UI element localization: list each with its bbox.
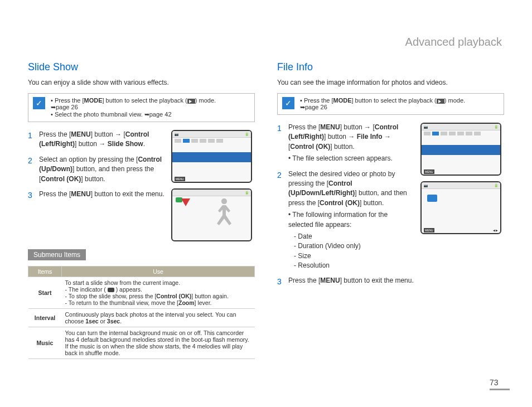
- t: Press the [: [39, 190, 71, 198]
- sub-list: The file selection screen appears.: [288, 154, 414, 163]
- menu-tag: MENU: [424, 169, 434, 174]
- step-block-left: 1 Press the [MENU] button → [Control (Le…: [28, 130, 255, 241]
- menu-label: MENU: [320, 277, 340, 284]
- zoom-label: Zoom: [178, 299, 195, 306]
- t: ] button.: [330, 143, 354, 151]
- indicator-icon: [108, 288, 114, 292]
- dancer-silhouette-icon: [207, 196, 241, 235]
- playback-icon: [187, 99, 195, 104]
- selection-bar: [172, 152, 251, 162]
- step-body: Press the [MENU] button → [Control (Left…: [288, 123, 414, 164]
- check-icon: ✓: [282, 97, 294, 109]
- list-item: The following information for the select…: [288, 210, 414, 270]
- list-item: Duration (Video only): [294, 241, 414, 251]
- menu-label: MENU: [320, 123, 340, 131]
- t: Press the [: [39, 130, 71, 138]
- step-2: 2 Select an option by pressing the [Cont…: [28, 155, 165, 184]
- step-2: 2 Select the desired video or photo by p…: [277, 169, 414, 271]
- menu-label: MENU: [71, 190, 90, 198]
- list-item: The file selection screen appears.: [288, 154, 414, 163]
- t: ] button →: [75, 140, 108, 148]
- step-body: Press the [MENU] button → [Control (Left…: [39, 130, 165, 149]
- column-right: File Info You can see the image informat…: [277, 61, 504, 359]
- opt: 1sec: [85, 318, 98, 324]
- use-interval: Continuously plays back photos at the in…: [62, 309, 255, 327]
- page-ref: ➥page 26: [51, 104, 78, 110]
- device-screen-fileinfo-menu: 📷🔋 MENU: [420, 123, 501, 176]
- page-columns: Slide Show You can enjoy a slide show wi…: [28, 61, 504, 359]
- column-left: Slide Show You can enjoy a slide show wi…: [28, 61, 255, 359]
- step-number: 3: [28, 190, 35, 201]
- table-row: Start To start a slide show from the cur…: [28, 277, 255, 309]
- list-item: To stop the slide show, press the [Contr…: [65, 293, 252, 299]
- ok-label: Control (OK): [290, 143, 330, 151]
- t: ] button → [: [91, 130, 125, 138]
- step-number: 1: [277, 123, 284, 164]
- mode-label: MODE: [333, 97, 352, 104]
- step-3: 3 Press the [MENU] button to exit the me…: [277, 276, 414, 287]
- menu-tag: MENU: [424, 228, 434, 232]
- target-label: File Info: [357, 133, 383, 140]
- t: ] lever.: [195, 299, 212, 306]
- notebox-list: Press the [MODE] button to select the pl…: [51, 97, 216, 118]
- pin-icon: [181, 198, 190, 206]
- t: ) mode.: [444, 97, 465, 104]
- steps-left: 1 Press the [MENU] button → [Control (Le…: [28, 130, 165, 241]
- t: ] button to select the playback (: [103, 97, 187, 104]
- notebox-right: ✓ Press the [MODE] button to select the …: [277, 93, 504, 115]
- page-ref: ➥page 26: [300, 104, 327, 110]
- heading-slide-show: Slide Show: [28, 61, 255, 73]
- use-start: To start a slide show from the current i…: [62, 277, 255, 309]
- list-item: To return to the thumbnail view, move th…: [65, 299, 252, 306]
- screen-bottombar: MENU: [172, 176, 251, 182]
- t: .: [143, 140, 145, 148]
- ok-label: Control (OK): [156, 293, 191, 299]
- screen-bottombar: MENU: [422, 169, 500, 175]
- screen-topbar: 📷🔋: [422, 124, 500, 130]
- ok-label: Control (OK): [320, 199, 360, 207]
- step-number: 3: [277, 276, 284, 287]
- submenu-items-label: Submenu Items: [28, 249, 86, 260]
- menu-tag: MENU: [175, 177, 185, 181]
- t: Press the [: [288, 277, 320, 284]
- t: ] button →: [324, 133, 357, 140]
- table-row: Music You can turn the internal backgrou…: [28, 327, 255, 359]
- opt: 3sec: [107, 318, 120, 324]
- chapter-title: Advanced playback: [405, 36, 502, 49]
- notebox-left: ✓ Press the [MODE] button to select the …: [28, 93, 255, 122]
- submenu-table: Items Use Start To start a slide show fr…: [28, 266, 255, 359]
- steps-right: 1 Press the [MENU] button → [Control (Le…: [277, 123, 414, 293]
- t: or: [99, 318, 107, 324]
- notebox-list: Press the [MODE] button to select the pl…: [300, 97, 465, 111]
- col-items: Items: [28, 267, 62, 277]
- t: The following information for the select…: [288, 211, 388, 228]
- step-number: 2: [277, 169, 284, 271]
- t: Select an option by pressing the [: [39, 156, 138, 163]
- ok-label: Control (OK): [41, 175, 81, 183]
- t: .: [120, 318, 122, 324]
- page-number: 73: [490, 378, 510, 390]
- info-list: Date Duration (Video only) Size Resoluti…: [294, 232, 414, 271]
- notebox-line2: Select the photo thumbnail view. ➥page 4…: [51, 111, 216, 118]
- t: ] button to exit the menu.: [340, 277, 414, 284]
- playback-icon: [437, 99, 444, 104]
- use-music: You can turn the internal background mus…: [62, 327, 255, 359]
- t: ) mode.: [195, 97, 216, 104]
- t: ] button.: [81, 175, 105, 183]
- intro-file-info: You can see the image information for ph…: [277, 79, 504, 86]
- sub-list: The following information for the select…: [288, 210, 414, 270]
- t: ) appears.: [116, 286, 142, 293]
- t: To return to the thumbnail view, move th…: [69, 299, 178, 306]
- selection-bar: [422, 145, 500, 155]
- t: To stop the slide show, press the [: [69, 293, 157, 299]
- t: ] button → [: [340, 123, 375, 131]
- col-use: Use: [62, 267, 255, 277]
- thumbnails-left: 📷🔋 MENU 🔋: [171, 130, 255, 241]
- mode-label: MODE: [84, 97, 103, 104]
- target-label: Slide Show: [108, 140, 143, 148]
- screen-menurow: [422, 130, 500, 136]
- list-item: Size: [294, 251, 414, 261]
- step-1: 1 Press the [MENU] button → [Control (Le…: [277, 123, 414, 164]
- intro-slide-show: You can enjoy a slide show with various …: [28, 79, 255, 86]
- step-body: Select the desired video or photo by pre…: [288, 169, 414, 271]
